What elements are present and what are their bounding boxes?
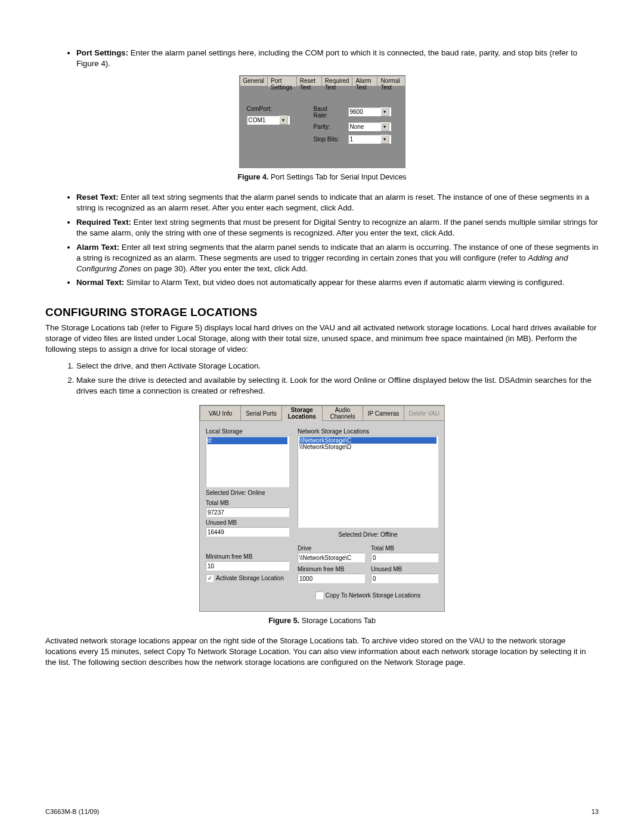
caption-label: Figure 5. xyxy=(268,617,299,625)
baud-value: 9600 xyxy=(350,109,363,115)
text: Enter all text string segments that the … xyxy=(76,193,589,212)
net-selected-status: Selected Drive: Offline xyxy=(298,531,438,538)
label: Required Text: xyxy=(76,218,131,227)
baud-label: Baud Rate: xyxy=(314,106,343,119)
tab-normal-text[interactable]: Normal Text xyxy=(377,76,405,86)
net-unused-label: Unused MB xyxy=(371,566,438,572)
parity-label: Parity: xyxy=(314,123,343,130)
local-storage-list[interactable]: d: xyxy=(206,436,289,487)
chevron-down-icon: ▾ xyxy=(279,116,288,125)
parity-value: None xyxy=(350,123,364,130)
net-min-label: Minimum free MB xyxy=(298,566,365,572)
activate-label: Activate Storage Location xyxy=(216,575,284,581)
step-1: Select the drive, and then Activate Stor… xyxy=(76,361,599,371)
tab-storage-locations[interactable]: Storage Locations xyxy=(281,405,323,421)
section-heading: CONFIGURING STORAGE LOCATIONS xyxy=(45,306,599,319)
label: Alarm Text: xyxy=(76,243,119,252)
fig4-tabbar: General Port Settings Reset Text Require… xyxy=(240,76,405,86)
stopbits-select[interactable]: 1 ▾ xyxy=(348,135,391,144)
network-storage-label: Network Storage Locations xyxy=(298,428,438,435)
tab-required-text[interactable]: Required Text xyxy=(321,76,353,86)
figure-4-caption: Figure 4. Port Settings Tab for Serial I… xyxy=(45,173,599,181)
bullet-reset-text: Reset Text: Enter all text string segmen… xyxy=(76,192,599,213)
stopbits-label: Stop Bits: xyxy=(314,136,343,143)
bullet-normal-text: Normal Text: Similar to Alarm Text, but … xyxy=(76,277,599,288)
figure-4-dialog: General Port Settings Reset Text Require… xyxy=(239,75,405,168)
bullet-port-settings: Port Settings: Enter the alarm panel set… xyxy=(76,48,599,69)
text: Enter text string segments that must be … xyxy=(76,218,598,237)
text-a: Enter all text string segments that the … xyxy=(76,243,598,262)
net-total-field[interactable]: 0 xyxy=(371,553,438,562)
tab-audio-channels[interactable]: Audio Channels xyxy=(322,405,363,421)
checkbox-icon xyxy=(315,592,323,599)
tab-ip-cameras[interactable]: IP Cameras xyxy=(363,405,404,421)
stopbits-value: 1 xyxy=(350,136,354,143)
text: Enter the alarm panel settings here, inc… xyxy=(76,48,577,68)
label: Normal Text: xyxy=(76,278,124,287)
parity-select[interactable]: None ▾ xyxy=(348,122,391,131)
text-b: on page 30). After you enter the text, c… xyxy=(141,264,308,273)
caption-text: Port Settings Tab for Serial Input Devic… xyxy=(268,173,406,181)
net-unused-field[interactable]: 0 xyxy=(371,574,438,583)
list-item[interactable]: d: xyxy=(208,437,287,444)
caption-label: Figure 4. xyxy=(237,173,268,181)
local-storage-label: Local Storage xyxy=(206,428,289,435)
tab-port-settings[interactable]: Port Settings xyxy=(267,76,297,86)
tab-serial-ports[interactable]: Serial Ports xyxy=(240,405,281,421)
unused-mb-field[interactable]: 16449 xyxy=(206,527,289,537)
text: Similar to Alarm Text, but video does no… xyxy=(124,278,564,287)
caption-text: Storage Locations Tab xyxy=(299,617,376,625)
comport-label: ComPort: xyxy=(247,106,290,112)
selected-drive-status: Selected Drive: Online xyxy=(206,490,289,496)
total-mb-field[interactable]: 97237 xyxy=(206,507,289,517)
label: Reset Text: xyxy=(76,193,119,202)
drive-label: Drive xyxy=(298,545,365,552)
footer-right: 13 xyxy=(592,808,599,815)
step-2: Make sure the drive is detected and avai… xyxy=(76,375,599,397)
copy-label: Copy To Network Storage Locations xyxy=(326,592,420,599)
net-total-label: Total MB xyxy=(371,545,438,552)
bullet-alarm-text: Alarm Text: Enter all text string segmen… xyxy=(76,242,599,274)
chevron-down-icon: ▾ xyxy=(380,107,389,116)
checkbox-icon: ✓ xyxy=(206,574,213,582)
drive-field[interactable]: \\NetworkStorage\C xyxy=(298,553,365,562)
tab-vau-info[interactable]: VAU Info xyxy=(200,405,241,421)
fig5-tabbar: VAU Info Serial Ports Storage Locations … xyxy=(200,405,444,421)
tab-reset-text[interactable]: Reset Text xyxy=(296,76,322,86)
unused-mb-label: Unused MB xyxy=(206,519,289,526)
comport-select[interactable]: COM1 ▾ xyxy=(247,116,290,125)
page-footer: C3663M-B (11/09) 13 xyxy=(45,808,599,815)
min-free-field[interactable]: 10 xyxy=(206,561,289,571)
net-min-field[interactable]: 1000 xyxy=(298,574,365,583)
bullet-required-text: Required Text: Enter text string segment… xyxy=(76,217,599,239)
chevron-down-icon: ▾ xyxy=(380,122,389,131)
comport-value: COM1 xyxy=(249,117,266,123)
tab-general[interactable]: General xyxy=(240,76,268,86)
list-item[interactable]: \\NetworkStorage\C xyxy=(299,437,436,444)
chevron-down-icon: ▾ xyxy=(380,135,389,144)
footer-left: C3663M-B (11/09) xyxy=(45,808,100,815)
closing-paragraph: Activated network storage locations appe… xyxy=(45,636,599,668)
tab-delete-vau[interactable]: Delete VAU xyxy=(404,405,445,421)
section-paragraph: The Storage Locations tab (refer to Figu… xyxy=(45,323,599,355)
list-item[interactable]: \\NetworkStorage\D xyxy=(299,444,436,450)
network-storage-list[interactable]: \\NetworkStorage\C \\NetworkStorage\D xyxy=(298,436,438,528)
activate-storage-checkbox[interactable]: ✓ Activate Storage Location xyxy=(206,574,289,582)
figure-5-caption: Figure 5. Storage Locations Tab xyxy=(45,617,599,625)
label: Port Settings: xyxy=(76,48,128,57)
min-free-label: Minimum free MB xyxy=(206,553,289,560)
copy-to-network-checkbox[interactable]: Copy To Network Storage Locations xyxy=(298,592,438,599)
tab-alarm-text[interactable]: Alarm Text xyxy=(352,76,377,86)
figure-5-dialog: VAU Info Serial Ports Storage Locations … xyxy=(199,405,445,612)
baud-select[interactable]: 9600 ▾ xyxy=(348,107,391,116)
total-mb-label: Total MB xyxy=(206,500,289,506)
